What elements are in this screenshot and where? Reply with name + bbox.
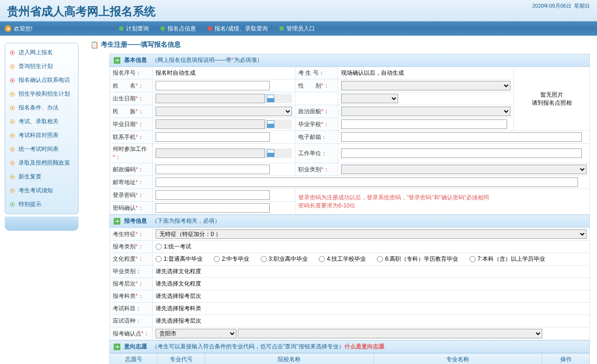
main-content: 📋 考生注册——填写报名信息 ➜ 基本信息 （网上报名信息填报说明——带*为必填…: [83, 36, 597, 364]
job-type-label: 职业类别*：: [295, 163, 338, 176]
section-basic-header: ➜ 基本信息 （网上报名信息填报说明——带*为必填项）: [109, 54, 590, 67]
subject-hint: 请先选择报考层次: [153, 290, 590, 303]
sidebar-item-notice[interactable]: ●考生考试须知: [5, 184, 78, 197]
nav-item-plan-query[interactable]: 计划查询: [113, 25, 155, 33]
header: 贵州省成人高考网上报名系统 2020年09月06日 星期日: [0, 0, 597, 21]
sidebar-item-exam-admit[interactable]: ●考试、录取相关: [5, 115, 78, 128]
birth-label: 出生日期*：: [110, 92, 153, 105]
bullet-icon: ●: [10, 175, 15, 179]
page-title: 📋 考生注册——填写报名信息: [90, 40, 590, 49]
work-date-label: 何时参加工作*：: [110, 144, 153, 163]
email-label: 电子邮箱：: [295, 131, 338, 144]
confirm-pt-label: 报考确认点*：: [110, 327, 153, 340]
edu-opt-3[interactable]: 3:职业高中毕业: [261, 256, 308, 262]
nav-item-admin[interactable]: 管理员入口: [274, 25, 321, 33]
birth-input[interactable]: [156, 94, 265, 103]
work-unit-input[interactable]: [341, 148, 582, 158]
nation-label: 民 族*：: [110, 105, 153, 118]
vol-col-op: 操作: [542, 354, 590, 364]
exam-subj-label: 考试科目：: [110, 303, 153, 315]
nav-bar: ★ 欢迎您! 计划查询 报名点信息 报名/成绩、录取查询 管理员入口: [0, 21, 597, 36]
reg-no-label: 报名序号：: [110, 67, 153, 79]
exam-cat-options: 1:统一考试: [153, 241, 590, 253]
phone-input[interactable]: [156, 132, 270, 142]
edu-opt-2[interactable]: 2:中专毕业: [214, 256, 249, 262]
nav-item-score-query[interactable]: 报名/成绩、录取查询: [202, 25, 273, 33]
bullet-icon: ●: [10, 133, 15, 138]
work-unit-label: 工作单位：: [295, 144, 338, 163]
sidebar-item-schools[interactable]: ●招生学校和招生计划: [5, 87, 78, 101]
sidebar-item-time-table[interactable]: ●统一考试时间表: [5, 142, 78, 156]
work-date-input[interactable]: [156, 148, 265, 158]
volunteer-table: 志愿号 专业代号 院校名称 专业名称 操作 第一意向志愿* 查询 清空: [109, 353, 590, 364]
nav-item-reg-point[interactable]: 报名点信息: [155, 25, 202, 33]
email-input[interactable]: [341, 132, 582, 142]
edu-opt-7[interactable]: 7:本科（含）以上学历毕业: [470, 256, 545, 262]
header-date: 2020年09月06日 星期日: [532, 2, 590, 10]
addr-input[interactable]: [156, 177, 578, 187]
dot-icon: [279, 26, 284, 31]
sidebar-item-query-plan[interactable]: ●查询招生计划: [5, 59, 78, 73]
sidebar-item-subject-table[interactable]: ●考试科目对照表: [5, 128, 78, 142]
sidebar-item-special[interactable]: ●特别提示: [5, 197, 78, 211]
arrow-icon: ➜: [114, 57, 120, 64]
job-type-select[interactable]: [341, 165, 587, 174]
bullet-icon: ●: [10, 64, 15, 69]
level-hint: 请先选择文化程度: [153, 278, 590, 290]
nav-welcome: ★ 欢迎您!: [5, 25, 32, 33]
vol-col-no: 志愿号: [110, 354, 157, 364]
zip-input[interactable]: [156, 165, 270, 174]
what-is-volunteer-link[interactable]: 什么是意向志愿: [344, 343, 384, 351]
nation-select[interactable]: [156, 107, 292, 116]
lang-label: 应试语种：: [110, 315, 153, 327]
sidebar-item-enter-reg[interactable]: ●进入网上报名: [5, 46, 78, 59]
user-icon: ★: [5, 25, 11, 32]
bullet-icon: ●: [10, 78, 15, 83]
zip-label: 邮政编码*：: [110, 163, 153, 176]
bullet-icon: ●: [10, 202, 15, 207]
exam-info-table: 考生特征*： 无特征（特征加分：0 ） 报考类别*： 1:统一考试 文化程度*：…: [109, 227, 590, 340]
birth-extra-select[interactable]: [341, 94, 398, 103]
stu-no-label: 考 生 号：: [295, 67, 338, 79]
pwd-hint: 登录密码为注册成功以后，登录系统密码，"登录密码"和"确认密码"必须相同 密码长…: [295, 189, 590, 215]
edu-opt-4[interactable]: 4:技工学校毕业: [319, 256, 366, 262]
app-title: 贵州省成人高考网上报名系统: [0, 0, 597, 19]
political-label: 政治面貌*：: [295, 105, 338, 118]
dot-icon: [119, 26, 124, 31]
photo-placeholder: 暂无照片 请到报名点照相: [514, 67, 590, 131]
grad-date-input[interactable]: [156, 119, 265, 129]
pwd-label: 登录密码*：: [110, 189, 153, 202]
dot-icon: [160, 26, 165, 31]
gender-label: 性 别*：: [295, 79, 338, 92]
edu-options: 1:普通高中毕业 2:中专毕业 3:职业高中毕业 4:技工学校毕业 6:高职（专…: [153, 253, 590, 266]
vol-col-major-name: 专业名称: [373, 354, 542, 364]
level-label: 报考层次*：: [110, 278, 153, 290]
sidebar-item-policy[interactable]: ●录取及投档照顾政策: [5, 156, 78, 170]
confirm-pt-select-2[interactable]: [238, 329, 542, 338]
exam-cat-label: 报考类别*：: [110, 241, 153, 253]
confirm-pt-select-1[interactable]: 贵阳市: [156, 329, 236, 338]
calendar-icon[interactable]: [267, 149, 274, 157]
subject-label: 报考科类*：: [110, 290, 153, 303]
calendar-icon[interactable]: [267, 95, 274, 102]
bullet-icon: ●: [10, 50, 15, 55]
edu-opt-6[interactable]: 6:高职（专科）学历教育毕业: [377, 256, 458, 262]
calendar-icon[interactable]: [267, 120, 274, 128]
addr-label: 邮寄地址*：: [110, 176, 153, 189]
pwd2-input[interactable]: [156, 203, 270, 213]
pwd-input[interactable]: [156, 190, 270, 200]
edu-label: 文化程度*：: [110, 253, 153, 266]
sidebar-item-conditions[interactable]: ●报名条件、办法: [5, 101, 78, 115]
name-input[interactable]: [156, 81, 270, 90]
sidebar-item-contact[interactable]: ●报名确认点联系电话: [5, 73, 78, 87]
edu-opt-1[interactable]: 1:普通高中毕业: [156, 256, 203, 262]
feature-label: 考生特征*：: [110, 228, 153, 241]
feature-select[interactable]: 无特征（特征加分：0 ）: [156, 229, 587, 239]
section-exam-header: ➜ 报考信息 （下面为报考相关，必填）: [109, 215, 590, 227]
exam-cat-opt1[interactable]: 1:统一考试: [156, 243, 191, 250]
gender-select[interactable]: [341, 81, 510, 90]
grad-school-input[interactable]: [341, 119, 507, 129]
sidebar-item-review[interactable]: ●新生复查: [5, 170, 78, 184]
political-select[interactable]: [341, 107, 510, 116]
sidebar: ●进入网上报名 ●查询招生计划 ●报名确认点联系电话 ●招生学校和招生计划 ●报…: [0, 36, 83, 364]
